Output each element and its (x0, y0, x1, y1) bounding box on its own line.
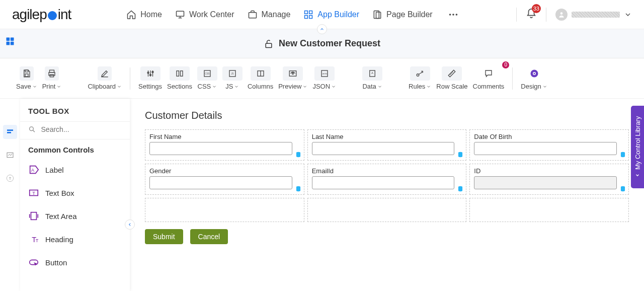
save-icon (22, 69, 31, 78)
json-button[interactable]: JSON JSON (311, 64, 337, 92)
nav-home[interactable]: Home (126, 10, 162, 20)
emailid-input[interactable] (312, 176, 455, 189)
tool-label: JS (225, 83, 233, 90)
svg-rect-9 (376, 12, 381, 19)
nav-work-center[interactable]: Work Center (175, 10, 234, 20)
briefcase-icon (248, 10, 258, 20)
tool-label: Save (16, 83, 31, 90)
rowscale-button[interactable]: Row Scale (435, 64, 468, 92)
database-icon (457, 185, 464, 192)
cancel-button[interactable]: Cancel (190, 229, 228, 244)
field-firstname[interactable]: First Name (145, 129, 304, 161)
lastname-input[interactable] (312, 142, 455, 155)
section-title: Customer Details (145, 110, 629, 121)
id-input[interactable] (474, 176, 617, 189)
control-label-text: Heading (45, 235, 73, 244)
search-input[interactable] (41, 125, 122, 133)
control-label-text: Label (45, 166, 64, 174)
controls-group-title: Common Controls (20, 139, 130, 158)
chevron-down-icon (542, 84, 547, 89)
svg-rect-32 (180, 71, 183, 77)
sections-icon (175, 69, 184, 78)
settings-button[interactable]: Settings (137, 64, 163, 92)
preview-button[interactable]: Preview (277, 64, 308, 92)
design-mode-button[interactable]: Design (520, 64, 548, 92)
empty-cell[interactable] (307, 198, 467, 222)
tool-label: CSS (198, 83, 211, 90)
nav-label: Manage (262, 10, 291, 19)
divider (516, 8, 517, 22)
empty-cell[interactable] (469, 198, 629, 222)
svg-point-10 (449, 14, 451, 16)
notifications-button[interactable]: 33 (526, 8, 537, 21)
sidebar-collapse-button[interactable] (125, 220, 135, 230)
field-id[interactable]: ID (469, 164, 629, 195)
control-heading[interactable]: TT Heading (20, 228, 130, 251)
user-menu[interactable] (555, 9, 632, 21)
js-button[interactable]: JS JS (221, 64, 244, 92)
field-lastname[interactable]: Last Name (307, 129, 467, 161)
field-emailid[interactable]: EmailId (307, 164, 467, 195)
collapse-header-button[interactable] (317, 24, 327, 34)
dob-input[interactable] (474, 142, 617, 155)
svg-point-57 (30, 127, 34, 131)
grid-icon (303, 10, 313, 20)
clipboard-button[interactable]: Clipboard (87, 64, 123, 92)
rail-text[interactable]: T (3, 171, 17, 185)
js-icon: JS (228, 69, 237, 78)
tool-label: Settings (138, 83, 162, 90)
empty-cell[interactable] (145, 198, 304, 222)
field-label: EmailId (312, 167, 462, 175)
control-textarea[interactable]: Text Area (20, 204, 130, 228)
rules-icon (416, 69, 425, 78)
submit-button[interactable]: Submit (145, 229, 183, 244)
tool-label: JSON (312, 83, 330, 90)
sections-button[interactable]: Sections (166, 64, 193, 92)
database-icon (619, 151, 626, 158)
control-button[interactable]: Button (20, 251, 130, 274)
columns-button[interactable]: Columns (247, 64, 274, 92)
header-right: 33 (516, 8, 632, 22)
tool-label: Columns (248, 83, 273, 90)
comments-button[interactable]: 0 Comments (472, 64, 506, 92)
chevron-down-icon (331, 84, 336, 89)
svg-text:A: A (371, 71, 373, 75)
svg-point-13 (560, 12, 563, 15)
svg-line-48 (452, 71, 453, 72)
nav-more[interactable] (446, 9, 461, 20)
nav-app-builder[interactable]: App Builder (303, 10, 359, 20)
field-dob[interactable]: Date Of Birth (469, 129, 629, 161)
side-tab-label: My Control Library (634, 116, 641, 170)
print-button[interactable]: Print (41, 64, 63, 92)
css-button[interactable]: CSS CSS (196, 64, 218, 92)
nav-page-builder[interactable]: Page Builder (372, 10, 433, 20)
toolbox-search[interactable] (20, 121, 130, 139)
tool-label: Design (521, 83, 541, 90)
svg-rect-14 (7, 38, 10, 41)
data-button[interactable]: A Data (361, 64, 383, 92)
rules-button[interactable]: Rules (408, 64, 432, 92)
search-icon (28, 125, 36, 134)
logo-dot-icon (48, 11, 57, 20)
svg-text:CSS: CSS (205, 72, 209, 75)
gender-input[interactable] (149, 176, 292, 189)
my-control-library-tab[interactable]: My Control Library (631, 106, 644, 188)
tool-label: Row Scale (436, 83, 467, 90)
field-label: Gender (149, 167, 300, 175)
field-label: ID (474, 167, 624, 175)
rail-form-controls[interactable] (3, 125, 17, 139)
firstname-input[interactable] (149, 142, 292, 155)
control-textbox[interactable]: T Text Box (20, 181, 130, 204)
ruler-icon (447, 69, 456, 78)
svg-point-45 (417, 74, 419, 77)
svg-text:A: A (31, 168, 35, 173)
field-gender[interactable]: Gender (145, 164, 304, 195)
save-button[interactable]: Save (15, 64, 38, 92)
columns-icon (256, 69, 265, 78)
nav-manage[interactable]: Manage (248, 10, 291, 20)
control-label[interactable]: A Label (20, 158, 130, 181)
tool-label: Sections (167, 83, 192, 90)
form-actions: Submit Cancel (145, 229, 629, 244)
apps-grid-button[interactable] (5, 36, 15, 48)
rail-analytics[interactable] (3, 148, 17, 162)
